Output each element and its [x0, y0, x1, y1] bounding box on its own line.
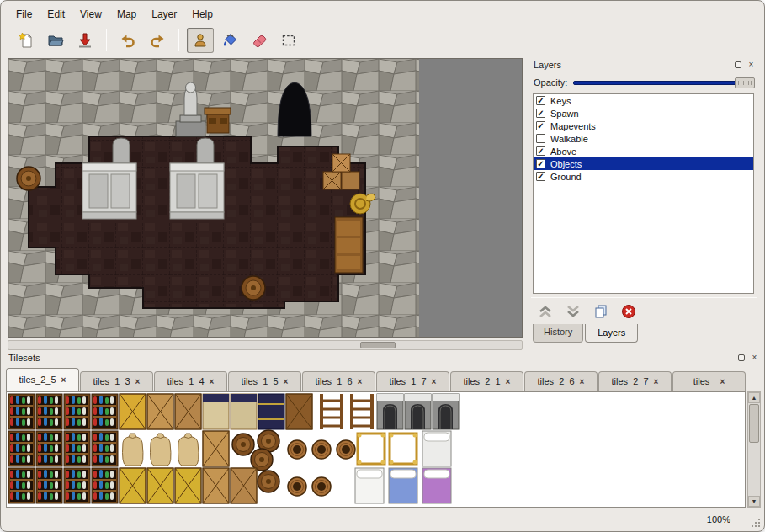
eraser-icon	[251, 32, 268, 49]
rect-select-icon	[280, 32, 297, 49]
tileset-view[interactable]	[6, 391, 746, 508]
tileset-vertical-scrollbar[interactable]: ▲ ▼	[747, 391, 761, 508]
layer-visibility-checkbox[interactable]: ✓	[536, 159, 545, 168]
table	[205, 108, 231, 133]
new-file-button[interactable]	[13, 28, 40, 53]
close-tab-icon[interactable]: ×	[580, 377, 585, 386]
duplicate-layer-icon	[592, 303, 609, 320]
menu-help[interactable]: Help	[185, 6, 220, 23]
tilesets-dock: Tilesets × tiles_2_5×tiles_1_3×tiles_1_4…	[4, 351, 762, 509]
map-canvas[interactable]	[8, 58, 523, 338]
dock-tab-history[interactable]: History	[533, 324, 583, 343]
menu-view[interactable]: View	[73, 6, 109, 23]
close-tab-icon[interactable]: ×	[358, 377, 363, 386]
scrollbar-thumb[interactable]	[360, 342, 396, 348]
redo-button[interactable]	[144, 28, 171, 53]
layers-dock-tabs: HistoryLayers	[533, 324, 638, 343]
menu-map[interactable]: Map	[110, 6, 143, 23]
tileset-tab-tiles_1_6[interactable]: tiles_1_6×	[302, 371, 375, 391]
tileset-render	[7, 392, 465, 505]
layer-row-spawn[interactable]: ✓Spawn	[534, 107, 753, 120]
undo-icon	[120, 32, 136, 49]
close-tab-icon[interactable]: ×	[432, 377, 437, 386]
layer-row-walkable[interactable]: Walkable	[534, 132, 753, 145]
slider-handle[interactable]	[735, 77, 755, 88]
slider-groove	[573, 81, 755, 85]
layers-dock-titlebar: Layers ×	[529, 58, 759, 72]
close-dock-icon[interactable]: ×	[749, 353, 760, 364]
fill-bucket-button[interactable]	[216, 28, 243, 53]
raise-layer-button[interactable]	[536, 302, 555, 321]
tileset-tab-tiles_1_5[interactable]: tiles_1_5×	[228, 371, 301, 391]
float-dock-icon[interactable]	[736, 353, 746, 364]
layer-visibility-checkbox[interactable]: ✓	[536, 121, 545, 130]
resize-grip[interactable]	[750, 517, 760, 527]
tab-label: tiles_2_7	[612, 376, 649, 386]
layer-visibility-checkbox[interactable]: ✓	[536, 146, 545, 156]
tileset-tab-tiles_[interactable]: tiles_×	[672, 371, 746, 391]
status-bar: 100%	[4, 508, 761, 529]
tileset-tab-tiles_1_7[interactable]: tiles_1_7×	[376, 371, 449, 391]
close-dock-icon[interactable]: ×	[746, 60, 757, 71]
opacity-slider[interactable]	[573, 77, 755, 89]
layer-row-keys[interactable]: ✓Keys	[534, 94, 753, 107]
close-tab-icon[interactable]: ×	[720, 377, 725, 386]
delete-layer-button[interactable]	[619, 302, 638, 321]
layer-visibility-checkbox[interactable]	[536, 134, 545, 143]
layer-row-objects[interactable]: ✓Objects	[534, 157, 753, 170]
tileset-tab-tiles_2_7[interactable]: tiles_2_7×	[598, 371, 672, 391]
scroll-up-icon[interactable]: ▲	[748, 392, 760, 403]
layer-visibility-checkbox[interactable]: ✓	[536, 109, 545, 118]
tab-label: tiles_1_5	[242, 376, 279, 386]
tileset-tab-tiles_2_6[interactable]: tiles_2_6×	[524, 371, 598, 391]
layer-visibility-checkbox[interactable]: ✓	[536, 96, 545, 105]
menu-file[interactable]: File	[9, 6, 39, 23]
menu-layer[interactable]: Layer	[145, 6, 183, 23]
layer-row-above[interactable]: ✓Above	[534, 145, 753, 157]
layer-name: Ground	[550, 172, 582, 182]
tileset-tab-tiles_2_5[interactable]: tiles_2_5×	[6, 368, 79, 391]
layer-row-mapevents[interactable]: ✓Mapevents	[534, 120, 753, 132]
layer-name: Objects	[550, 159, 582, 169]
close-tab-icon[interactable]: ×	[284, 377, 289, 386]
layer-name: Mapevents	[550, 121, 596, 131]
close-tab-icon[interactable]: ×	[61, 375, 66, 385]
toolbar-separator	[178, 29, 179, 51]
float-dock-icon[interactable]	[732, 60, 743, 71]
rect-select-button[interactable]	[275, 28, 302, 53]
stamp-tool-button[interactable]	[187, 28, 214, 53]
toolbar-separator	[106, 29, 107, 51]
close-tab-icon[interactable]: ×	[135, 377, 141, 386]
dock-tab-layers[interactable]: Layers	[585, 324, 638, 343]
layer-row-ground[interactable]: ✓Ground	[534, 170, 753, 183]
open-folder-button[interactable]	[42, 28, 69, 53]
tileset-tab-tiles_1_4[interactable]: tiles_1_4×	[154, 371, 227, 391]
tab-label: tiles_1_3	[93, 376, 130, 386]
tab-label: tiles_1_6	[316, 376, 353, 386]
menu-edit[interactable]: Edit	[40, 6, 72, 23]
eraser-button[interactable]	[246, 28, 273, 53]
duplicate-layer-button[interactable]	[592, 302, 610, 321]
scrollbar-thumb[interactable]	[749, 404, 759, 443]
opacity-label: Opacity:	[534, 77, 567, 88]
tilesets-dock-title: Tilesets	[4, 353, 736, 363]
delete-layer-icon	[620, 303, 637, 320]
canvas-horizontal-scrollbar[interactable]	[8, 340, 523, 350]
close-tab-icon[interactable]: ×	[210, 377, 215, 386]
tab-label: tiles_1_7	[390, 376, 427, 386]
save-button[interactable]	[72, 28, 98, 53]
tileset-tab-tiles_1_3[interactable]: tiles_1_3×	[80, 371, 153, 391]
close-tab-icon[interactable]: ×	[654, 377, 659, 386]
tileset-tabs: tiles_2_5×tiles_1_3×tiles_1_4×tiles_1_5×…	[4, 366, 762, 391]
stamp-tool-icon	[192, 32, 209, 49]
layer-name: Spawn	[550, 109, 579, 119]
undo-button[interactable]	[114, 28, 141, 53]
layer-list[interactable]: ✓Keys✓Spawn✓MapeventsWalkable✓Above✓Obje…	[533, 93, 754, 294]
open-folder-icon	[47, 32, 64, 49]
lower-layer-button[interactable]	[564, 302, 582, 321]
tileset-tab-tiles_2_1[interactable]: tiles_2_1×	[450, 371, 523, 391]
layer-visibility-checkbox[interactable]: ✓	[536, 172, 545, 181]
barrel	[242, 276, 265, 300]
scroll-down-icon[interactable]: ▼	[748, 496, 760, 507]
close-tab-icon[interactable]: ×	[506, 377, 511, 386]
